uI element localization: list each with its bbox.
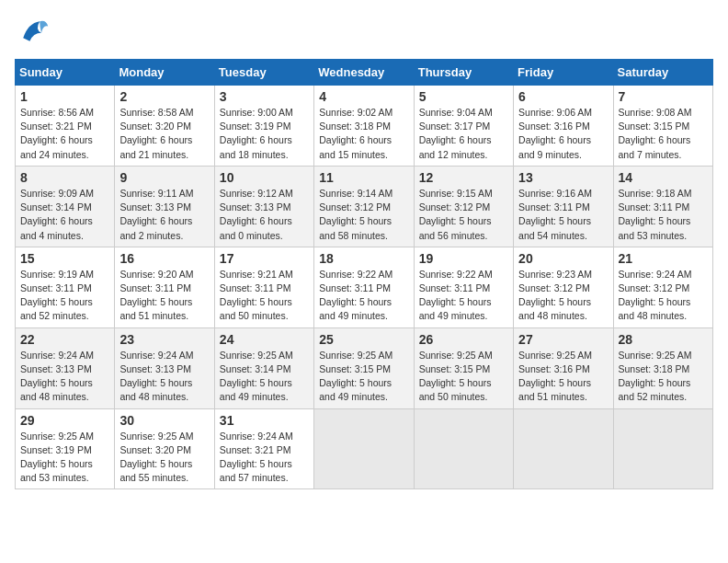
daylight-text: Daylight: 5 hours <box>20 457 109 471</box>
daylight-text: Daylight: 5 hours <box>119 376 209 390</box>
sunset-text: Sunset: 3:12 PM <box>419 201 508 214</box>
calendar-cell: 19Sunrise: 9:22 AMSunset: 3:11 PMDayligh… <box>414 247 513 327</box>
day-info: Sunrise: 9:16 AMSunset: 3:11 PMDaylight:… <box>518 187 608 243</box>
daylight-text: Daylight: 6 hours <box>119 214 209 228</box>
day-info: Sunrise: 9:14 AMSunset: 3:12 PMDaylight:… <box>319 187 408 243</box>
day-info: Sunrise: 8:58 AMSunset: 3:20 PMDaylight:… <box>119 106 209 162</box>
daylight-text: Daylight: 6 hours <box>220 214 309 228</box>
daylight-text: Daylight: 5 hours <box>518 376 608 390</box>
sunrise-text: Sunrise: 9:23 AM <box>518 268 608 282</box>
page-header <box>15 15 713 48</box>
calendar-cell: 14Sunrise: 9:18 AMSunset: 3:11 PMDayligh… <box>613 166 712 247</box>
daylight-text: Daylight: 5 hours <box>419 295 508 309</box>
daylight-text-2: and 4 minutes. <box>20 229 109 243</box>
sunset-text: Sunset: 3:11 PM <box>20 282 109 295</box>
day-info: Sunrise: 9:22 AMSunset: 3:11 PMDaylight:… <box>419 268 508 324</box>
daylight-text-2: and 48 minutes. <box>518 309 608 323</box>
daylight-text-2: and 12 minutes. <box>419 148 508 162</box>
day-info: Sunrise: 9:04 AMSunset: 3:17 PMDaylight:… <box>419 106 508 162</box>
day-info: Sunrise: 8:56 AMSunset: 3:21 PMDaylight:… <box>20 106 109 162</box>
day-number: 21 <box>619 251 708 266</box>
day-info: Sunrise: 9:24 AMSunset: 3:12 PMDaylight:… <box>619 268 708 324</box>
daylight-text-2: and 49 minutes. <box>220 390 309 404</box>
day-number: 27 <box>518 332 608 347</box>
daylight-text-2: and 7 minutes. <box>619 148 708 162</box>
weekday-header-friday: Friday <box>514 60 613 86</box>
daylight-text: Daylight: 5 hours <box>518 295 608 309</box>
sunset-text: Sunset: 3:15 PM <box>419 362 508 376</box>
calendar-cell: 28Sunrise: 9:25 AMSunset: 3:18 PMDayligh… <box>613 327 712 408</box>
day-number: 29 <box>20 413 109 428</box>
day-number: 5 <box>419 89 508 104</box>
sunset-text: Sunset: 3:16 PM <box>518 120 608 133</box>
daylight-text: Daylight: 5 hours <box>220 376 309 390</box>
daylight-text: Daylight: 6 hours <box>619 133 708 147</box>
daylight-text-2: and 24 minutes. <box>20 148 109 162</box>
sunrise-text: Sunrise: 9:02 AM <box>319 106 408 120</box>
day-info: Sunrise: 9:21 AMSunset: 3:11 PMDaylight:… <box>220 268 309 324</box>
daylight-text: Daylight: 5 hours <box>619 376 708 390</box>
sunrise-text: Sunrise: 9:00 AM <box>220 106 309 120</box>
day-number: 16 <box>119 251 209 266</box>
daylight-text-2: and 54 minutes. <box>518 229 608 243</box>
daylight-text-2: and 2 minutes. <box>119 229 209 243</box>
sunset-text: Sunset: 3:13 PM <box>119 201 209 214</box>
daylight-text-2: and 49 minutes. <box>419 309 508 323</box>
calendar-cell: 26Sunrise: 9:25 AMSunset: 3:15 PMDayligh… <box>414 327 513 408</box>
day-number: 14 <box>619 170 708 185</box>
calendar-cell: 3Sunrise: 9:00 AMSunset: 3:19 PMDaylight… <box>214 86 313 167</box>
daylight-text-2: and 58 minutes. <box>319 229 408 243</box>
daylight-text-2: and 9 minutes. <box>518 148 608 162</box>
sunset-text: Sunset: 3:14 PM <box>220 362 309 376</box>
day-info: Sunrise: 9:02 AMSunset: 3:18 PMDaylight:… <box>319 106 408 162</box>
calendar-cell: 23Sunrise: 9:24 AMSunset: 3:13 PMDayligh… <box>115 327 214 408</box>
daylight-text: Daylight: 5 hours <box>419 376 508 390</box>
daylight-text: Daylight: 6 hours <box>220 133 309 147</box>
day-number: 11 <box>319 170 408 185</box>
sunrise-text: Sunrise: 9:11 AM <box>119 187 209 201</box>
daylight-text-2: and 15 minutes. <box>319 148 408 162</box>
sunrise-text: Sunrise: 9:25 AM <box>20 430 109 443</box>
sunrise-text: Sunrise: 8:58 AM <box>119 106 209 120</box>
sunrise-text: Sunrise: 9:25 AM <box>419 349 508 362</box>
calendar-cell: 11Sunrise: 9:14 AMSunset: 3:12 PMDayligh… <box>314 166 414 247</box>
day-info: Sunrise: 9:25 AMSunset: 3:15 PMDaylight:… <box>419 349 508 405</box>
day-info: Sunrise: 9:22 AMSunset: 3:11 PMDaylight:… <box>319 268 408 324</box>
sunset-text: Sunset: 3:11 PM <box>119 282 209 295</box>
weekday-header-monday: Monday <box>115 60 214 86</box>
sunset-text: Sunset: 3:11 PM <box>319 282 408 295</box>
weekday-header-sunday: Sunday <box>16 60 115 86</box>
sunset-text: Sunset: 3:11 PM <box>619 201 708 214</box>
day-number: 8 <box>20 170 109 185</box>
logo <box>15 15 50 48</box>
sunrise-text: Sunrise: 9:14 AM <box>319 187 408 201</box>
sunset-text: Sunset: 3:11 PM <box>220 282 309 295</box>
calendar-cell: 5Sunrise: 9:04 AMSunset: 3:17 PMDaylight… <box>414 86 513 167</box>
daylight-text-2: and 50 minutes. <box>419 390 508 404</box>
day-number: 31 <box>220 413 309 428</box>
calendar-cell: 7Sunrise: 9:08 AMSunset: 3:15 PMDaylight… <box>613 86 712 167</box>
daylight-text: Daylight: 6 hours <box>419 133 508 147</box>
sunrise-text: Sunrise: 9:08 AM <box>619 106 708 120</box>
calendar-cell: 24Sunrise: 9:25 AMSunset: 3:14 PMDayligh… <box>214 327 313 408</box>
sunrise-text: Sunrise: 9:22 AM <box>319 268 408 282</box>
daylight-text-2: and 49 minutes. <box>319 309 408 323</box>
calendar-cell: 25Sunrise: 9:25 AMSunset: 3:15 PMDayligh… <box>314 327 414 408</box>
sunset-text: Sunset: 3:13 PM <box>220 201 309 214</box>
sunset-text: Sunset: 3:11 PM <box>419 282 508 295</box>
sunset-text: Sunset: 3:14 PM <box>20 201 109 214</box>
daylight-text-2: and 0 minutes. <box>220 229 309 243</box>
calendar-cell: 15Sunrise: 9:19 AMSunset: 3:11 PMDayligh… <box>16 247 115 327</box>
day-number: 9 <box>119 170 209 185</box>
day-number: 1 <box>20 89 109 104</box>
daylight-text-2: and 53 minutes. <box>619 229 708 243</box>
day-number: 13 <box>518 170 608 185</box>
day-number: 18 <box>319 251 408 266</box>
calendar-week-row: 29Sunrise: 9:25 AMSunset: 3:19 PMDayligh… <box>16 408 713 489</box>
sunrise-text: Sunrise: 9:19 AM <box>20 268 109 282</box>
day-info: Sunrise: 9:20 AMSunset: 3:11 PMDaylight:… <box>119 268 209 324</box>
daylight-text-2: and 50 minutes. <box>220 309 309 323</box>
calendar-cell: 9Sunrise: 9:11 AMSunset: 3:13 PMDaylight… <box>115 166 214 247</box>
calendar-cell: 21Sunrise: 9:24 AMSunset: 3:12 PMDayligh… <box>613 247 712 327</box>
weekday-header-tuesday: Tuesday <box>214 60 313 86</box>
